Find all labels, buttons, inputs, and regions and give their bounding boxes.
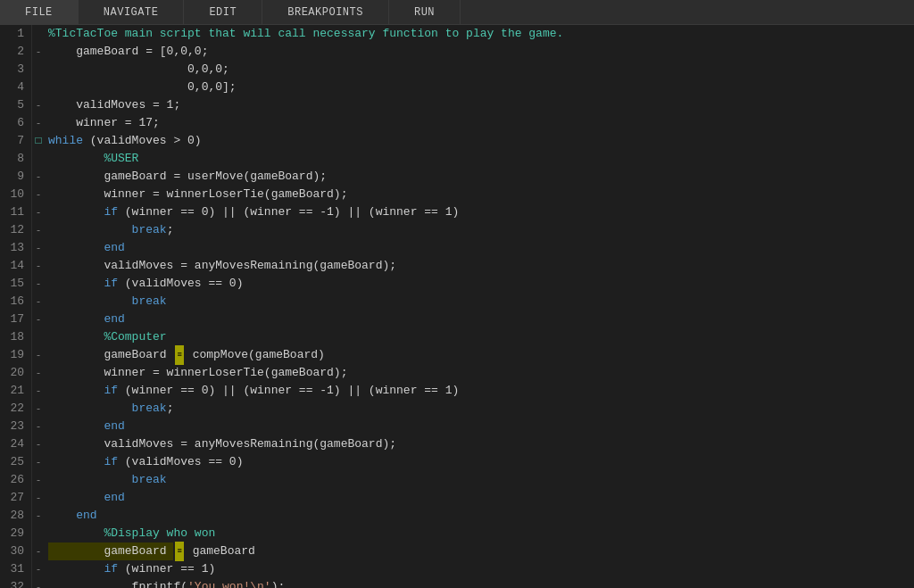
line-number: 18 (7, 328, 24, 346)
code-line: end (48, 489, 914, 507)
token-comment: %Display who won (48, 525, 215, 542)
fold-indicator[interactable]: - (32, 542, 45, 560)
code-line: %Computer (48, 328, 914, 346)
code-line: validMoves = anyMovesRemaining(gameBoard… (48, 435, 914, 453)
code-line: gameBoard ≡ gameBoard (48, 542, 914, 560)
fold-indicator[interactable]: - (32, 560, 45, 578)
code-line: winner = winnerLoserTie(gameBoard); (48, 364, 914, 382)
fold-indicator[interactable]: - (32, 400, 45, 418)
code-line: break (48, 471, 914, 489)
token-keyword: while (48, 132, 83, 150)
line-number: 4 (7, 79, 24, 96)
token-normal: 0,0,0]; (48, 79, 237, 96)
token-keyword: if (48, 203, 118, 221)
code-line: end (48, 311, 914, 328)
line-number: 13 (7, 239, 24, 257)
code-line: end (48, 239, 914, 257)
token-normal: (validMoves == 0) (118, 275, 243, 293)
token-normal: gameBoard (186, 542, 255, 560)
code-line: gameBoard = [0,0,0; (48, 43, 914, 61)
fold-indicator[interactable]: - (32, 114, 45, 132)
fold-indicator[interactable]: - (32, 346, 45, 364)
toolbar-breakpoints[interactable]: BREAKPOINTS (262, 0, 389, 24)
code-line: winner = winnerLoserTie(gameBoard); (48, 186, 914, 203)
line-number: 1 (7, 25, 24, 43)
fold-indicator[interactable]: - (32, 168, 45, 186)
code-line: if (winner == 1) (48, 560, 914, 578)
line-number: 17 (7, 311, 24, 328)
code-line: %Display who won (48, 525, 914, 542)
token-keyword: if (48, 453, 118, 471)
code-line: break; (48, 221, 914, 239)
token-comment: %TicTacToe main script that will call ne… (48, 25, 563, 43)
token-keyword: break (48, 471, 167, 489)
line-number: 25 (7, 453, 24, 471)
editor: 1234567891011121314151617181920212223242… (0, 25, 914, 588)
token-normal: gameBoard = [0,0,0; (48, 43, 208, 61)
fold-indicator[interactable]: - (32, 311, 45, 328)
token-normal: ); (271, 578, 286, 588)
fold-indicator[interactable]: □ (32, 132, 45, 150)
fold-indicator[interactable]: - (32, 186, 45, 203)
token-normal: (validMoves > 0) (83, 132, 202, 150)
fold-indicator[interactable]: - (32, 453, 45, 471)
line-number: 31 (7, 560, 24, 578)
fold-indicator[interactable]: - (32, 221, 45, 239)
token-keyword: end (48, 311, 125, 328)
token-normal: (validMoves == 0) (118, 453, 243, 471)
fold-indicator[interactable]: - (32, 293, 45, 311)
token-normal: gameBoard (48, 346, 173, 364)
code-line: if (winner == 0) || (winner == -1) || (w… (48, 203, 914, 221)
token-keyword: end (48, 507, 97, 525)
fold-indicator[interactable]: - (32, 43, 45, 61)
code-line: validMoves = anyMovesRemaining(gameBoard… (48, 257, 914, 275)
line-number: 8 (7, 150, 24, 168)
fold-indicator[interactable]: - (32, 507, 45, 525)
line-number: 24 (7, 435, 24, 453)
line-number: 29 (7, 525, 24, 542)
line-number: 14 (7, 257, 24, 275)
line-number: 6 (7, 114, 24, 132)
token-normal: validMoves = anyMovesRemaining(gameBoard… (48, 435, 396, 453)
fold-indicator[interactable]: - (32, 203, 45, 221)
fold-indicator (32, 61, 45, 79)
fold-indicator[interactable]: - (32, 578, 45, 588)
toolbar-file[interactable]: FILE (0, 0, 79, 24)
token-normal: (winner == 0) || (winner == -1) || (winn… (118, 203, 459, 221)
code-line: validMoves = 1; (48, 96, 914, 114)
line-number: 9 (7, 168, 24, 186)
token-normal: 0,0,0; (48, 61, 229, 79)
token-keyword: if (48, 275, 118, 293)
toolbar-edit[interactable]: EDIT (184, 0, 262, 24)
token-keyword: break (48, 400, 167, 418)
token-highlight: gameBoard (48, 542, 173, 560)
line-number: 23 (7, 418, 24, 435)
fold-indicator[interactable]: - (32, 435, 45, 453)
code-area[interactable]: %TicTacToe main script that will call ne… (45, 25, 914, 588)
line-number: 16 (7, 293, 24, 311)
fold-indicator[interactable]: - (32, 471, 45, 489)
fold-indicator[interactable]: - (32, 257, 45, 275)
toolbar-run[interactable]: RUN (389, 0, 461, 24)
fold-indicator[interactable]: - (32, 239, 45, 257)
code-line: fprintf('You won!\n'); (48, 578, 914, 588)
code-line: end (48, 507, 914, 525)
token-assign-icon: ≡ (175, 345, 183, 365)
code-line: if (validMoves == 0) (48, 275, 914, 293)
fold-indicator[interactable]: - (32, 382, 45, 400)
fold-indicator[interactable]: - (32, 489, 45, 507)
fold-indicator[interactable]: - (32, 96, 45, 114)
line-number: 12 (7, 221, 24, 239)
fold-indicator[interactable]: - (32, 418, 45, 435)
app-container: FILE NAVIGATE EDIT BREAKPOINTS RUN 12345… (0, 0, 914, 588)
token-keyword: end (48, 489, 125, 507)
token-normal: compMove(gameBoard) (186, 346, 325, 364)
code-line: while (validMoves > 0) (48, 132, 914, 150)
line-number: 20 (7, 364, 24, 382)
fold-indicator[interactable]: - (32, 364, 45, 382)
line-number: 5 (7, 96, 24, 114)
token-keyword: break (48, 221, 167, 239)
fold-indicator[interactable]: - (32, 275, 45, 293)
toolbar-navigate[interactable]: NAVIGATE (79, 0, 185, 24)
code-line: if (winner == 0) || (winner == -1) || (w… (48, 382, 914, 400)
